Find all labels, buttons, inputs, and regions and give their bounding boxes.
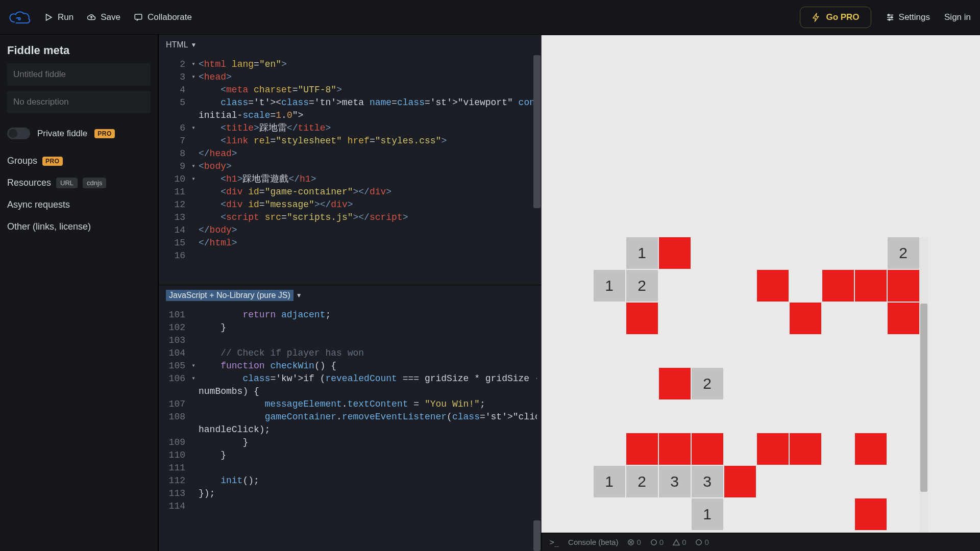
grid-cell[interactable] [594,400,625,432]
grid-cell[interactable] [757,270,789,302]
grid-cell[interactable] [822,270,854,302]
resources-cdn-pill[interactable]: cdnjs [83,178,106,188]
grid-cell[interactable] [790,270,821,302]
grid-cell[interactable] [757,303,789,334]
grid-cell[interactable] [659,335,691,367]
grid-cell[interactable] [790,368,821,399]
grid-cell[interactable] [757,466,789,497]
grid-cell[interactable] [724,335,756,367]
grid-cell[interactable] [888,368,919,399]
grid-cell[interactable] [855,368,887,399]
grid-cell[interactable] [659,400,691,432]
grid-cell[interactable] [888,303,919,334]
grid-cell[interactable] [790,237,821,269]
grid-cell[interactable] [757,498,789,530]
grid-cell[interactable] [757,237,789,269]
description-input[interactable] [7,91,151,113]
grid-cell[interactable] [626,433,658,465]
grid-cell[interactable] [626,303,658,334]
grid-cell[interactable] [659,303,691,334]
grid-cell[interactable]: 1 [692,498,723,530]
grid-cell[interactable] [724,400,756,432]
grid-cell[interactable] [855,498,887,530]
grid-cell[interactable] [822,466,854,497]
minesweeper-grid[interactable]: 1212212331 [594,237,919,530]
go-pro-button[interactable]: Go PRO [800,7,871,28]
grid-cell[interactable] [757,368,789,399]
html-pane-label[interactable]: HTML▼ [166,40,197,49]
grid-cell[interactable] [724,433,756,465]
html-editor[interactable]: 2345678910111213141516▾▾▾▾▾<html lang="e… [159,55,541,285]
grid-cell[interactable]: 1 [626,237,658,269]
grid-cell[interactable] [594,237,625,269]
grid-cell[interactable] [888,466,919,497]
grid-cell[interactable] [692,335,723,367]
grid-cell[interactable] [659,270,691,302]
grid-cell[interactable] [724,237,756,269]
scrollbar[interactable] [533,285,541,551]
grid-cell[interactable] [594,335,625,367]
settings-button[interactable]: Settings [886,12,930,22]
grid-cell[interactable] [659,368,691,399]
logo[interactable] [7,5,32,30]
grid-cell[interactable]: 2 [626,270,658,302]
grid-cell[interactable] [822,368,854,399]
grid-cell[interactable] [822,303,854,334]
grid-cell[interactable] [822,433,854,465]
grid-cell[interactable] [822,237,854,269]
grid-cell[interactable] [822,335,854,367]
grid-cell[interactable] [626,498,658,530]
private-toggle[interactable] [7,128,30,139]
grid-cell[interactable]: 3 [692,466,723,497]
grid-cell[interactable] [692,303,723,334]
grid-cell[interactable] [757,400,789,432]
grid-cell[interactable] [855,303,887,334]
grid-cell[interactable] [855,270,887,302]
grid-cell[interactable] [626,400,658,432]
grid-cell[interactable]: 1 [594,270,625,302]
grid-cell[interactable] [888,335,919,367]
run-button[interactable]: Run [44,12,74,22]
grid-cell[interactable] [692,400,723,432]
async-row[interactable]: Async requests [7,199,151,210]
grid-cell[interactable] [757,433,789,465]
grid-cell[interactable] [692,237,723,269]
grid-cell[interactable] [855,400,887,432]
scrollbar[interactable] [919,237,928,533]
js-pane-label[interactable]: JavaScript + No-Library (pure JS)▼ [166,290,302,301]
grid-cell[interactable] [659,433,691,465]
grid-cell[interactable] [822,400,854,432]
grid-cell[interactable] [659,498,691,530]
grid-cell[interactable] [822,498,854,530]
resources-row[interactable]: Resources URL cdnjs [7,178,151,188]
groups-row[interactable]: Groups PRO [7,156,151,166]
grid-cell[interactable] [659,237,691,269]
grid-cell[interactable] [855,466,887,497]
grid-cell[interactable] [724,303,756,334]
grid-cell[interactable]: 3 [659,466,691,497]
grid-cell[interactable] [724,368,756,399]
grid-cell[interactable] [594,433,625,465]
grid-cell[interactable] [888,433,919,465]
grid-cell[interactable] [594,303,625,334]
grid-cell[interactable] [626,368,658,399]
grid-cell[interactable] [790,335,821,367]
grid-cell[interactable] [888,270,919,302]
title-input[interactable] [7,63,151,86]
grid-cell[interactable] [594,368,625,399]
grid-cell[interactable] [724,498,756,530]
grid-cell[interactable]: 2 [626,466,658,497]
grid-cell[interactable] [855,237,887,269]
grid-cell[interactable]: 1 [594,466,625,497]
grid-cell[interactable] [790,433,821,465]
grid-cell[interactable] [757,335,789,367]
grid-cell[interactable] [790,303,821,334]
grid-cell[interactable] [724,466,756,497]
grid-cell[interactable] [790,466,821,497]
other-row[interactable]: Other (links, license) [7,221,151,232]
grid-cell[interactable] [888,498,919,530]
resources-url-pill[interactable]: URL [56,178,78,188]
grid-cell[interactable]: 2 [888,237,919,269]
js-editor[interactable]: 1011021031041051061071081091101111121131… [159,306,541,551]
signin-button[interactable]: Sign in [944,12,971,22]
